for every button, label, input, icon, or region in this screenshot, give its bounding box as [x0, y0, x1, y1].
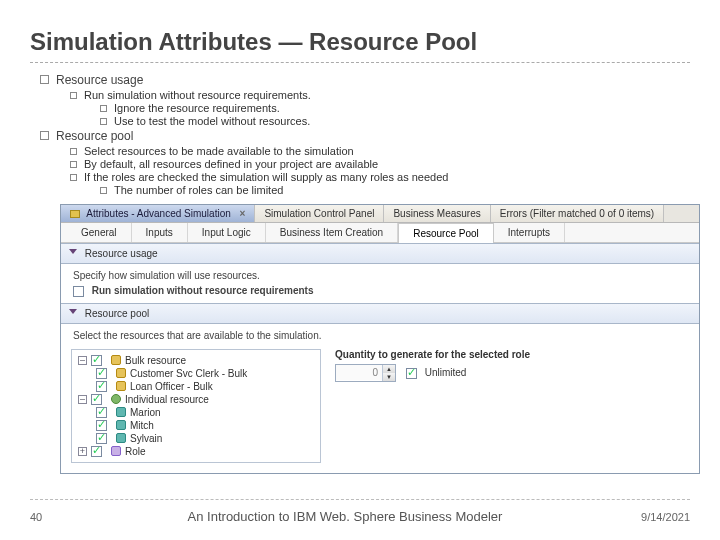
slide-title: Simulation Attributes — Resource Pool [30, 28, 690, 56]
person-icon [116, 407, 126, 417]
tree-node-individual-resource[interactable]: – Individual resource [78, 393, 314, 406]
tree-checkbox[interactable] [91, 394, 102, 405]
tab-general[interactable]: General [67, 223, 132, 242]
bullet-lv3: The number of roles can be limited [100, 184, 690, 196]
resource-tree[interactable]: – Bulk resource Customer Svc Clerk - Bul… [71, 349, 321, 463]
bullet-lv3: Use to test the model without resources. [100, 115, 690, 127]
bulk-resource-icon [111, 355, 121, 365]
page-number: 40 [30, 511, 80, 523]
expand-icon[interactable]: + [78, 447, 87, 456]
tab-business-measures[interactable]: Business Measures [384, 205, 490, 222]
folder-icon [70, 210, 80, 218]
collapse-icon[interactable]: – [78, 356, 87, 365]
stepper-down-icon[interactable]: ▼ [383, 373, 395, 381]
run-without-resources-label: Run simulation without resource requirem… [92, 285, 314, 296]
tree-node[interactable]: Loan Officer - Bulk [78, 380, 314, 393]
tree-node[interactable]: Customer Svc Clerk - Bulk [78, 367, 314, 380]
unlimited-label: Unlimited [425, 367, 467, 378]
tab-errors[interactable]: Errors (Filter matched 0 of 0 items) [491, 205, 664, 222]
section-resource-usage-header[interactable]: Resource usage [61, 243, 699, 264]
tab-input-logic[interactable]: Input Logic [188, 223, 266, 242]
attributes-panel: Attributes - Advanced Simulation × Simul… [60, 204, 700, 474]
resource-icon [116, 368, 126, 378]
individual-resource-icon [111, 394, 121, 404]
tree-checkbox[interactable] [91, 355, 102, 366]
chevron-down-icon [69, 249, 77, 258]
bullet-lv2: Run simulation without resource requirem… [70, 89, 690, 101]
quantity-input[interactable] [336, 365, 382, 380]
tree-checkbox[interactable] [96, 433, 107, 444]
tree-checkbox[interactable] [96, 420, 107, 431]
tab-business-item-creation[interactable]: Business Item Creation [266, 223, 398, 242]
footer-date: 9/14/2021 [610, 511, 690, 523]
resource-pool-caption: Select the resources that are available … [73, 330, 687, 341]
tree-checkbox[interactable] [91, 446, 102, 457]
tab-resource-pool[interactable]: Resource Pool [398, 223, 494, 243]
footer-title: An Introduction to IBM Web. Sphere Busin… [80, 509, 610, 524]
unlimited-checkbox[interactable] [406, 368, 417, 379]
tree-node-role[interactable]: + Role [78, 445, 314, 458]
quantity-label: Quantity to generate for the selected ro… [335, 349, 689, 360]
bullet-lv3: Ignore the resource requirements. [100, 102, 690, 114]
tree-checkbox[interactable] [96, 368, 107, 379]
tree-node-bulk-resource[interactable]: – Bulk resource [78, 354, 314, 367]
collapse-icon[interactable]: – [78, 395, 87, 404]
run-without-resources-checkbox[interactable] [73, 286, 84, 297]
chevron-down-icon [69, 309, 77, 318]
person-icon [116, 433, 126, 443]
property-tabs: General Inputs Input Logic Business Item… [61, 223, 699, 243]
tab-attributes-advanced-simulation[interactable]: Attributes - Advanced Simulation × [61, 205, 255, 222]
section-resource-pool-header[interactable]: Resource pool [61, 303, 699, 324]
tree-node[interactable]: Marion [78, 406, 314, 419]
role-icon [111, 446, 121, 456]
bullet-lv1: Resource usage [40, 73, 690, 87]
view-tabs: Attributes - Advanced Simulation × Simul… [61, 205, 699, 223]
bullet-lv2: Select resources to be made available to… [70, 145, 690, 157]
resource-usage-caption: Specify how simulation will use resource… [73, 270, 687, 281]
bullet-lv2: If the roles are checked the simulation … [70, 171, 690, 183]
stepper-up-icon[interactable]: ▲ [383, 365, 395, 373]
tree-node[interactable]: Sylvain [78, 432, 314, 445]
tree-node[interactable]: Mitch [78, 419, 314, 432]
quantity-stepper[interactable]: ▲ ▼ [335, 364, 396, 382]
bullet-lv1: Resource pool [40, 129, 690, 143]
bullet-lv2: By default, all resources defined in you… [70, 158, 690, 170]
tab-simulation-control-panel[interactable]: Simulation Control Panel [255, 205, 384, 222]
tree-checkbox[interactable] [96, 407, 107, 418]
tab-interrupts[interactable]: Interrupts [494, 223, 565, 242]
resource-icon [116, 381, 126, 391]
tab-inputs[interactable]: Inputs [132, 223, 188, 242]
tree-checkbox[interactable] [96, 381, 107, 392]
divider [30, 62, 690, 63]
close-icon[interactable]: × [240, 208, 246, 219]
person-icon [116, 420, 126, 430]
footer-divider [30, 499, 690, 500]
